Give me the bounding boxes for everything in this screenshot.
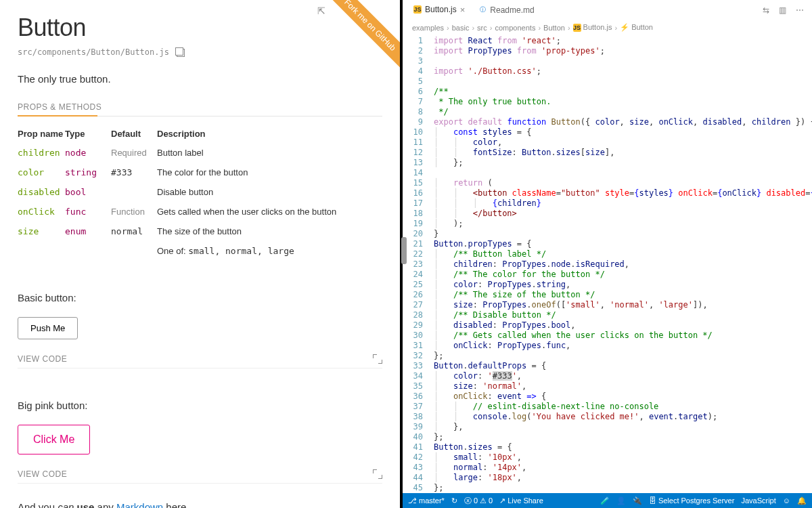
prop-desc: Button label	[157, 143, 382, 163]
editor-pane: JSButton.js×ⓘReadme.md ⇆ ▥ ⋯ examples›ba…	[403, 0, 812, 508]
table-row: onClickfuncFunctionGets called when the …	[18, 202, 382, 221]
prop-desc: The color for the button	[157, 163, 382, 182]
prop-default: Function	[111, 202, 157, 221]
more-actions-icon[interactable]: ⋯	[796, 5, 804, 15]
prop-default	[111, 182, 157, 202]
postgres-selector[interactable]: 🗄Select Postgres Server	[649, 496, 735, 505]
prop-default: Required	[111, 143, 157, 163]
status-bar: ⎇master* ↻ ⓧ0 ⚠0 ↗Live Share 🧪 👤 🔌 🗄Sele…	[403, 493, 812, 508]
prop-name: disabled	[18, 182, 65, 202]
editor-tab[interactable]: JSButton.js×	[407, 0, 472, 20]
prop-type: node	[65, 143, 111, 163]
code-editor[interactable]: 1234567891011121314151617181920212223242…	[403, 36, 812, 493]
breadcrumb-item[interactable]: JS Button.js	[573, 23, 612, 32]
tab-label: Button.js	[425, 5, 457, 14]
tab-label: Readme.md	[490, 5, 534, 15]
col-default: Default	[111, 125, 157, 143]
component-title: Button	[18, 14, 382, 42]
component-description: The only true button.	[18, 73, 382, 85]
function-icon: ⚡	[620, 23, 629, 31]
fullscreen-icon[interactable]	[373, 469, 382, 479]
share-icon: ↗	[499, 496, 505, 505]
js-file-icon: JS	[413, 5, 422, 14]
prop-desc: Disable button	[157, 182, 382, 202]
props-table: Prop name Type Default Description child…	[18, 125, 382, 261]
git-branch[interactable]: ⎇master*	[408, 496, 445, 505]
breadcrumb-item[interactable]: ⚡ Button	[620, 23, 653, 32]
close-icon[interactable]: ×	[460, 5, 466, 15]
compare-icon[interactable]: ⇆	[763, 5, 769, 15]
view-code-toggle[interactable]: VIEW CODE	[18, 354, 67, 364]
sync-button[interactable]: ↻	[451, 496, 457, 505]
col-description: Description	[157, 125, 382, 143]
warning-icon: ⚠	[480, 496, 487, 505]
props-section-tab[interactable]: PROPS & METHODS	[18, 102, 382, 117]
editor-tabs: JSButton.js×ⓘReadme.md ⇆ ▥ ⋯	[403, 0, 812, 20]
table-row: disabledboolDisable button	[18, 182, 382, 202]
editor-tab[interactable]: ⓘReadme.md	[472, 0, 541, 20]
click-me-button[interactable]: Click Me	[18, 425, 90, 454]
fullscreen-icon[interactable]	[373, 354, 382, 364]
file-path: src/components/Button/Button.js	[18, 47, 382, 57]
js-file-icon: JS	[573, 24, 581, 32]
styleguide-pane: Fork me on GitHub ⇱ Button src/component…	[0, 0, 403, 508]
plug-icon[interactable]: 🔌	[633, 496, 642, 505]
breadcrumb-item[interactable]: examples	[412, 24, 444, 32]
prop-name: size	[18, 221, 65, 261]
breadcrumb-item[interactable]: components	[495, 24, 535, 32]
anchor-icon[interactable]: ⇱	[317, 5, 325, 16]
database-icon: 🗄	[649, 496, 656, 505]
prop-default: normal	[111, 221, 157, 261]
live-share[interactable]: ↗Live Share	[499, 496, 543, 505]
table-row: childrennodeRequiredButton label	[18, 143, 382, 163]
sync-icon: ↻	[451, 496, 457, 505]
markdown-link[interactable]: Markdown	[116, 501, 163, 508]
person-icon[interactable]: 👤	[616, 496, 626, 505]
split-editor-icon[interactable]: ▥	[779, 5, 786, 15]
table-row: colorstring#333The color for the button	[18, 163, 382, 182]
copy-icon[interactable]	[177, 49, 185, 57]
breadcrumb-item[interactable]: Button	[543, 24, 565, 32]
problems-counter[interactable]: ⓧ0 ⚠0	[464, 496, 493, 506]
prop-default: #333	[111, 163, 157, 182]
prop-type: func	[65, 202, 111, 221]
beaker-icon[interactable]: 🧪	[600, 496, 610, 505]
branch-icon: ⎇	[408, 496, 417, 505]
col-type: Type	[65, 125, 111, 143]
feedback-icon[interactable]: ☺	[783, 496, 790, 505]
prop-type: bool	[65, 182, 111, 202]
prop-desc: Gets called when the user clicks on the …	[157, 202, 382, 221]
language-mode[interactable]: JavaScript	[741, 496, 775, 505]
prop-name: color	[18, 163, 65, 182]
table-row: sizeenumnormalThe size of the buttonOne …	[18, 221, 382, 261]
push-me-button[interactable]: Push Me	[18, 317, 78, 339]
prop-name: children	[18, 143, 65, 163]
prop-name: onClick	[18, 202, 65, 221]
breadcrumb-item[interactable]: basic	[452, 24, 470, 32]
prop-type: string	[65, 163, 111, 182]
breadcrumbs[interactable]: examples›basic›src›components›Button›JS …	[403, 20, 812, 36]
example-label-basic: Basic button:	[18, 292, 382, 303]
prop-desc: The size of the buttonOne of: small, nor…	[157, 221, 382, 261]
col-prop-name: Prop name	[18, 125, 65, 143]
prop-type: enum	[65, 221, 111, 261]
breadcrumb-item[interactable]: src	[477, 24, 487, 32]
view-code-toggle[interactable]: VIEW CODE	[18, 469, 67, 479]
error-icon: ⓧ	[464, 496, 472, 506]
markdown-note: And you can use any Markdown here.	[18, 501, 382, 508]
bell-icon[interactable]: 🔔	[797, 496, 807, 505]
info-icon: ⓘ	[478, 6, 487, 14]
example-label-pink: Big pink button:	[18, 400, 382, 411]
